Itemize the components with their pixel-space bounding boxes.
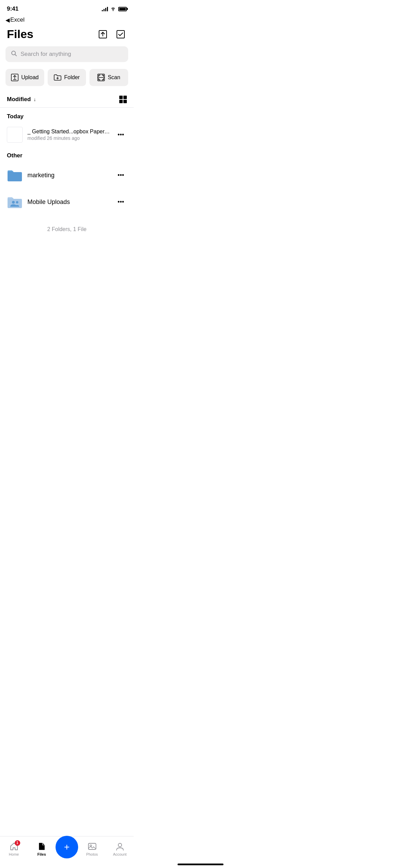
folder-more-button-marketing[interactable]: ••• — [115, 170, 127, 180]
status-bar: 9:41 — [0, 0, 134, 15]
wifi-icon — [110, 7, 116, 11]
upload-icon — [11, 74, 19, 81]
svg-rect-2 — [117, 31, 124, 38]
folder-name-mobile-uploads: Mobile Uploads — [27, 198, 110, 206]
scan-button[interactable]: Scan — [89, 69, 128, 86]
sort-chevron-icon: ↓ — [34, 97, 36, 102]
folder-more-button-mobile-uploads[interactable]: ••• — [115, 197, 127, 207]
folder-name-marketing: marketing — [27, 172, 110, 179]
file-name: _ Getting Started...opbox Paper.paper — [27, 129, 110, 135]
folder-button-label: Folder — [64, 74, 80, 81]
header-actions — [97, 28, 127, 40]
back-label: Excel — [10, 16, 25, 23]
folder-icon — [7, 167, 23, 183]
scan-button-label: Scan — [108, 74, 120, 81]
folder-item-marketing[interactable]: marketing ••• — [0, 162, 134, 189]
upload-button-label: Upload — [21, 74, 39, 81]
select-button[interactable] — [114, 28, 127, 40]
sort-label-text: Modified — [7, 96, 31, 103]
sort-bar: Modified ↓ — [0, 93, 134, 108]
folder-add-icon — [54, 74, 61, 81]
grid-view-button[interactable] — [119, 96, 127, 103]
upload-action-button[interactable]: Upload — [5, 69, 44, 86]
back-arrow-icon: ◀ — [5, 17, 10, 23]
today-section-header: Today — [0, 108, 134, 123]
file-count-summary: 2 Folders, 1 File — [0, 215, 134, 243]
new-folder-button[interactable]: Folder — [48, 69, 86, 86]
svg-point-0 — [113, 10, 113, 11]
status-time: 9:41 — [7, 5, 19, 12]
file-info: _ Getting Started...opbox Paper.paper mo… — [27, 129, 110, 141]
status-icons — [102, 7, 127, 11]
svg-point-7 — [16, 201, 19, 204]
folder-item-mobile-uploads[interactable]: Mobile Uploads ••• — [0, 189, 134, 215]
signal-icon — [102, 7, 108, 11]
grid-dot-1 — [119, 96, 123, 99]
battery-icon — [118, 7, 127, 11]
file-more-button[interactable]: ••• — [115, 130, 127, 140]
grid-dot-4 — [123, 100, 127, 103]
file-modified: modified 26 minutes ago — [27, 135, 110, 141]
action-buttons: Upload Folder Scan — [0, 69, 134, 93]
grid-dot-3 — [119, 100, 123, 103]
search-bar[interactable]: Search for anything — [5, 46, 128, 62]
search-placeholder: Search for anything — [21, 51, 71, 58]
folder-shared-icon — [7, 194, 23, 210]
search-container: Search for anything — [0, 46, 134, 69]
sort-button[interactable]: Modified ↓ — [7, 96, 36, 103]
page-header: Files — [0, 26, 134, 46]
page-title: Files — [7, 27, 33, 41]
file-thumbnail — [7, 127, 23, 143]
other-section-header: Other — [0, 147, 134, 162]
back-nav[interactable]: ◀ Excel — [0, 15, 134, 26]
file-item[interactable]: _ Getting Started...opbox Paper.paper mo… — [0, 123, 134, 147]
upload-button[interactable] — [97, 28, 109, 40]
scan-icon — [97, 74, 105, 81]
grid-dot-2 — [123, 96, 127, 99]
search-icon — [11, 50, 17, 58]
svg-point-6 — [12, 201, 15, 204]
